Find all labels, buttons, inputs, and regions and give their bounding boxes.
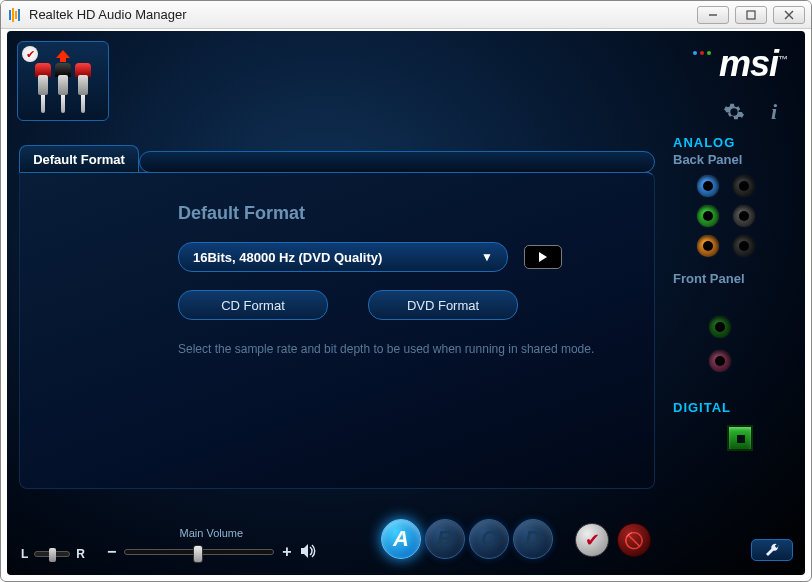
- balance-left-label: L: [21, 547, 28, 561]
- brand-logo: msi: [719, 53, 787, 75]
- scene-b-button[interactable]: B: [425, 519, 465, 559]
- dvd-format-button[interactable]: DVD Format: [368, 290, 518, 320]
- cancel-button[interactable]: 🚫: [617, 523, 651, 557]
- tab-bar: [139, 151, 655, 173]
- jack-front-headphone[interactable]: [709, 316, 731, 338]
- svg-rect-3: [18, 9, 20, 21]
- main-panel: Default Format 16Bits, 48000 Hz (DVD Qua…: [19, 172, 655, 489]
- front-panel-heading: Front Panel: [673, 271, 793, 286]
- play-icon: [539, 252, 547, 262]
- jack-line-out[interactable]: [697, 205, 719, 227]
- device-thumbnail[interactable]: ✔: [17, 41, 109, 121]
- front-panel-jacks: [709, 316, 793, 372]
- back-panel-heading: Back Panel: [673, 152, 793, 167]
- jack-center-sub[interactable]: [697, 235, 719, 257]
- scene-buttons: A B C D: [381, 519, 553, 559]
- connector-side-panel: ANALOG Back Panel Front Panel DIGITAL: [673, 131, 793, 561]
- jack-extra[interactable]: [733, 235, 755, 257]
- test-play-button[interactable]: [524, 245, 562, 269]
- minimize-button[interactable]: [697, 6, 729, 24]
- volume-label: Main Volume: [107, 527, 316, 539]
- info-icon[interactable]: i: [763, 101, 785, 123]
- analog-heading: ANALOG: [673, 135, 793, 150]
- svg-rect-2: [15, 11, 17, 19]
- app-window: Realtek HD Audio Manager msi i ✔: [0, 0, 812, 582]
- scene-c-button[interactable]: C: [469, 519, 509, 559]
- back-panel-jacks: [697, 175, 793, 257]
- svg-rect-0: [9, 10, 11, 20]
- client-area: msi i ✔ Default Format Default Format: [7, 31, 805, 575]
- balance-control[interactable]: L R: [21, 547, 85, 561]
- speaker-icon[interactable]: [300, 544, 316, 561]
- app-icon: [7, 7, 23, 23]
- close-button[interactable]: [773, 6, 805, 24]
- tab-default-format[interactable]: Default Format: [19, 145, 139, 173]
- jack-rear[interactable]: [733, 205, 755, 227]
- jack-side[interactable]: [733, 175, 755, 197]
- format-select-value: 16Bits, 48000 Hz (DVD Quality): [193, 250, 382, 265]
- balance-slider[interactable]: [34, 551, 70, 557]
- digital-heading: DIGITAL: [673, 400, 793, 415]
- default-device-check-icon: ✔: [22, 46, 38, 62]
- jack-front-mic[interactable]: [709, 350, 731, 372]
- cd-format-button[interactable]: CD Format: [178, 290, 328, 320]
- chevron-down-icon: ▼: [481, 250, 493, 264]
- connector-settings-button[interactable]: [751, 539, 793, 561]
- format-select[interactable]: 16Bits, 48000 Hz (DVD Quality) ▼: [178, 242, 508, 272]
- bottom-controls: L R Main Volume − + A B C D: [21, 503, 655, 561]
- maximize-button[interactable]: [735, 6, 767, 24]
- volume-slider[interactable]: [124, 549, 274, 555]
- volume-plus[interactable]: +: [282, 543, 291, 561]
- volume-minus[interactable]: −: [107, 543, 116, 561]
- brand-dots: [693, 51, 711, 55]
- svg-rect-5: [747, 11, 755, 19]
- window-title: Realtek HD Audio Manager: [29, 7, 187, 22]
- jack-digital-optical[interactable]: [727, 425, 753, 451]
- settings-icon[interactable]: [723, 101, 745, 123]
- rca-connectors-icon: [35, 63, 91, 113]
- balance-right-label: R: [76, 547, 85, 561]
- hint-text: Select the sample rate and bit depth to …: [178, 342, 626, 356]
- jack-line-in[interactable]: [697, 175, 719, 197]
- titlebar: Realtek HD Audio Manager: [1, 1, 811, 29]
- scene-d-button[interactable]: D: [513, 519, 553, 559]
- apply-button[interactable]: ✔: [575, 523, 609, 557]
- section-title: Default Format: [178, 203, 626, 224]
- svg-rect-1: [12, 8, 14, 22]
- scene-a-button[interactable]: A: [381, 519, 421, 559]
